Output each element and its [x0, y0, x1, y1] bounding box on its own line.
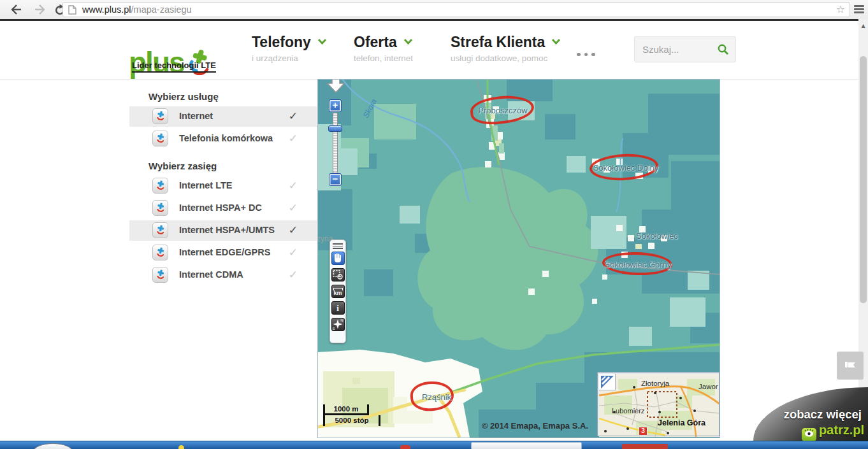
bookmark-star-icon[interactable]: ☆: [836, 3, 845, 15]
start-button[interactable]: [33, 443, 73, 449]
plus-service-icon: [152, 108, 168, 124]
url-host: www.plus.pl: [82, 4, 131, 15]
url-text: www.plus.pl/mapa-zasiegu: [82, 3, 192, 17]
sidebar-item-internet-lte[interactable]: Internet LTE✓: [129, 176, 317, 196]
road-number-badge: 3: [639, 427, 647, 436]
compass-n-label: N: [340, 318, 343, 322]
minimap-label: Lubomierz: [612, 407, 644, 415]
nav-item-strefa-klienta[interactable]: Strefa Klienta usługi dodatkowe, pomoc: [451, 34, 561, 63]
scale-metric: 1000 m: [323, 404, 369, 415]
zoom-slider-handle[interactable]: [328, 125, 342, 132]
sidebar-item-internet-edge-gprs[interactable]: Internet EDGE/GPRS✓: [129, 243, 317, 263]
nav-label: Strefa Klienta: [451, 34, 545, 50]
pan-down-control[interactable]: [326, 80, 346, 93]
sidebar: Wybierz usługęInternet✓Telefonia komórko…: [129, 80, 317, 287]
search-icon[interactable]: [717, 43, 729, 55]
zoom-selection-icon: [332, 269, 344, 280]
sidebar-item-internet[interactable]: Internet✓: [129, 106, 317, 127]
map-tools-panel: km i N S: [329, 239, 346, 343]
minimap-labels: ańZłotoryjaJaworLubomierzJelenia Góra: [599, 374, 720, 437]
sidebar-item-label: Internet CDMA: [179, 269, 243, 280]
check-icon: ✓: [289, 224, 298, 236]
feedback-tab[interactable]: [837, 352, 864, 380]
sidebar-item-label: Internet HSPA+ DC: [179, 203, 262, 213]
measure-label: km: [332, 290, 344, 296]
map-scale: 1000 m 5000 stóp: [323, 404, 380, 426]
measure-tool-button[interactable]: km: [331, 285, 345, 298]
plus-service-icon: [152, 200, 168, 216]
diagonal-stripes-icon: [599, 374, 616, 390]
plus-service-icon: [152, 178, 168, 194]
page-icon: [68, 5, 76, 15]
map-copyright: © 2014 Emapa, Emapa S.A.: [445, 421, 588, 431]
watermark-brand: patrz.pl: [819, 423, 864, 437]
nav-label: Telefony: [252, 34, 311, 50]
nav-label: Oferta: [354, 34, 397, 50]
site-header: plus Lider technologii LTE Telefony i ur…: [0, 21, 858, 80]
chevron-down-icon: [551, 38, 561, 45]
sidebar-item-label: Internet: [179, 111, 213, 121]
sidebar-item-internet-hspa-umts[interactable]: Internet HSPA+/UMTS✓: [129, 220, 317, 241]
sidebar-section-heading: Wybierz usługę: [148, 91, 317, 102]
scrollbar-up-arrow[interactable]: ▲: [858, 23, 868, 29]
browser-chrome: www.plus.pl/mapa-zasiegu ☆: [0, 0, 868, 19]
search-box: [634, 36, 736, 62]
taskbar-icon[interactable]: [400, 445, 410, 449]
tools-drag-handle[interactable]: [333, 243, 343, 249]
zoom-in-button[interactable]: +: [329, 99, 342, 112]
url-path: /mapa-zasiegu: [131, 4, 192, 15]
plus-service-icon: [152, 245, 168, 260]
plus-service-icon: [152, 222, 168, 238]
more-menu-button[interactable]: [577, 47, 599, 59]
hand-icon: [332, 252, 344, 264]
sidebar-item-label: Internet HSPA+/UMTS: [179, 225, 275, 235]
compass-s-label: S: [333, 327, 335, 331]
scrollbar-thumb[interactable]: [860, 56, 867, 303]
flag-icon: [843, 359, 857, 372]
plus-service-icon: [152, 131, 168, 146]
watermark: zobacz więcej patrz.pl: [753, 387, 868, 441]
check-icon: ✓: [289, 132, 298, 145]
zoom-area-tool-button[interactable]: [331, 268, 345, 282]
chevron-down-icon: [403, 38, 413, 45]
watermark-text: zobacz więcej: [784, 408, 862, 422]
coverage-map[interactable]: Skora zyna ProboszczówSokołowiec DolnySo…: [318, 80, 720, 438]
check-icon: ✓: [289, 201, 298, 214]
forward-button[interactable]: [33, 3, 46, 16]
search-input[interactable]: [642, 41, 712, 57]
sidebar-item-label: Telefonia komórkowa: [179, 133, 273, 143]
compass-tool-button[interactable]: N S: [331, 318, 345, 331]
scale-imperial: 5000 stóp: [323, 415, 380, 426]
check-icon: ✓: [289, 179, 298, 192]
taskbar-icon[interactable]: [622, 444, 668, 449]
nav-subtitle: i urządzenia: [252, 53, 327, 63]
zoom-slider-track[interactable]: [333, 113, 338, 173]
pan-tool-button[interactable]: [331, 252, 345, 265]
sidebar-item-telefonia-kom-rkowa[interactable]: Telefonia komórkowa✓: [129, 129, 317, 149]
sidebar-section-heading: Wybierz zasięg: [148, 160, 317, 171]
minimap-label: Jawor: [698, 383, 718, 390]
info-tool-button[interactable]: i: [331, 301, 345, 315]
nav-item-telefony[interactable]: Telefony i urządzenia: [252, 34, 327, 63]
sidebar-item-internet-hspa-dc[interactable]: Internet HSPA+ DC✓: [129, 198, 317, 218]
windows-taskbar: [0, 441, 868, 449]
browser-menu-button[interactable]: [854, 5, 864, 15]
check-icon: ✓: [289, 110, 298, 122]
check-icon: ✓: [289, 268, 298, 281]
back-button[interactable]: [10, 3, 23, 16]
plus-service-icon: [152, 267, 168, 283]
sidebar-item-internet-cdma[interactable]: Internet CDMA✓: [129, 265, 317, 285]
overview-minimap[interactable]: ańZłotoryjaJaworLubomierzJelenia Góra 3: [598, 373, 719, 436]
url-bar[interactable]: www.plus.pl/mapa-zasiegu ☆: [62, 2, 850, 17]
watermark-brand-row: patrz.pl: [802, 423, 864, 441]
check-icon: ✓: [289, 246, 298, 259]
nav-item-oferta[interactable]: Oferta telefon, internet: [354, 34, 413, 63]
taskbar-icon[interactable]: [178, 445, 184, 449]
zoom-out-button[interactable]: −: [329, 173, 342, 186]
info-icon: i: [336, 303, 339, 313]
chevron-down-icon: [317, 38, 327, 45]
minimap-collapse-button[interactable]: [599, 374, 616, 390]
taskbar-active-window[interactable]: [471, 442, 582, 449]
nav-subtitle: telefon, internet: [354, 53, 413, 63]
nav-subtitle: usługi dodatkowe, pomoc: [451, 53, 561, 63]
